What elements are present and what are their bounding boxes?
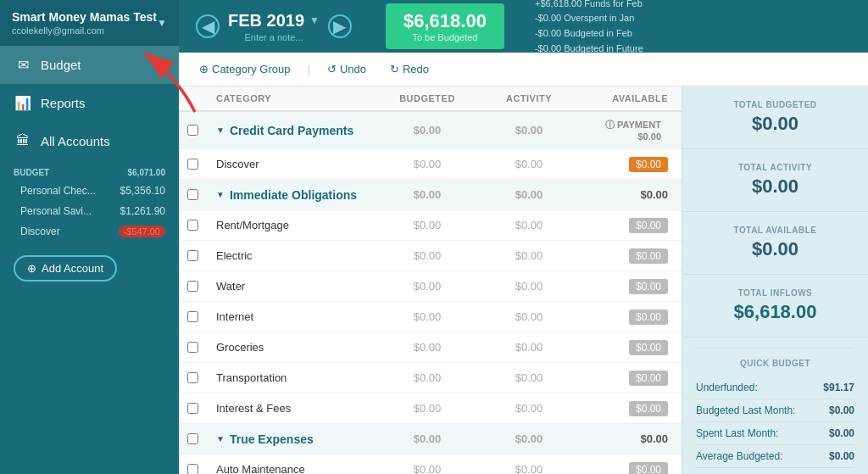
toolbar: ⊕ Category Group | ↺ Undo ↻ Redo [179, 53, 868, 86]
table-item-row[interactable]: Groceries $0.00 $0.00 $0.00 [179, 332, 682, 363]
row-available: $0.00 [580, 304, 682, 330]
accounts-list: Personal Chec... $5,356.10 Personal Savi… [0, 181, 179, 242]
row-checkbox[interactable] [179, 306, 206, 327]
table-item-row[interactable]: Electric $0.00 $0.00 $0.00 [179, 241, 682, 271]
row-budgeted[interactable]: $0.00 [376, 458, 478, 474]
row-name: ▼ Immediate Obligations [206, 183, 376, 207]
row-checkbox[interactable] [179, 428, 206, 449]
row-budgeted[interactable]: $0.00 [376, 336, 478, 359]
row-checkbox[interactable] [179, 153, 206, 175]
to-be-budgeted-block: $6,618.00 To be Budgeted [386, 3, 504, 49]
row-activity: $0.00 [478, 153, 580, 176]
table-item-row[interactable]: Discover $0.00 $0.00 $0.00 [179, 149, 682, 180]
account-balance: $1,261.90 [120, 205, 165, 217]
row-activity: $0.00 [478, 427, 580, 450]
total-budgeted-label: TOTAL BUDGETED [696, 100, 854, 109]
available-header: AVAILABLE [580, 93, 682, 103]
row-budgeted[interactable]: $0.00 [376, 153, 478, 176]
row-budgeted[interactable]: $0.00 [376, 427, 478, 450]
row-budgeted[interactable]: $0.00 [376, 397, 478, 420]
row-activity: $0.00 [478, 183, 580, 206]
note-text[interactable]: Enter a note... [244, 32, 303, 42]
table-item-row[interactable]: Water $0.00 $0.00 $0.00 [179, 271, 682, 302]
plus-icon: ⊕ [199, 63, 209, 75]
month-year-label: FEB 2019 [228, 11, 304, 31]
budget-section-label: BUDGET $6,071.00 [0, 159, 179, 181]
collapse-icon[interactable]: ▼ [216, 125, 225, 135]
row-checkbox[interactable] [179, 337, 206, 358]
quick-budget-item-label[interactable]: Spent Last Month: [696, 427, 778, 439]
row-activity: $0.00 [478, 275, 580, 298]
row-checkbox[interactable] [179, 459, 206, 474]
row-budgeted[interactable]: $0.00 [376, 275, 478, 298]
sidebar-item-all-accounts[interactable]: 🏛 All Accounts [0, 122, 179, 159]
row-checkbox[interactable] [179, 215, 206, 236]
prev-month-button[interactable]: ◀ [196, 14, 220, 38]
table-item-row[interactable]: Transportation $0.00 $0.00 $0.00 [179, 363, 682, 393]
row-activity: $0.00 [478, 336, 580, 359]
row-activity: $0.00 [478, 305, 580, 328]
quick-budget-item-label[interactable]: Budgeted Last Month: [696, 404, 795, 416]
row-available: $0.00 [580, 183, 682, 206]
total-activity-value: $0.00 [696, 176, 854, 198]
row-budgeted[interactable]: $0.00 [376, 119, 478, 142]
quick-budget-item-value: $0.00 [829, 427, 854, 439]
row-activity: $0.00 [478, 366, 580, 389]
sidebar-account-item[interactable]: Discover -$547.00 [0, 221, 179, 242]
sidebar-account-item[interactable]: Personal Chec... $5,356.10 [0, 181, 179, 201]
row-activity: $0.00 [478, 458, 580, 474]
row-activity: $0.00 [478, 244, 580, 267]
collapse-icon[interactable]: ▼ [216, 190, 225, 199]
next-month-button[interactable]: ▶ [328, 14, 352, 38]
quick-budget-item-label[interactable]: Underfunded: [696, 382, 758, 393]
total-activity-label: TOTAL ACTIVITY [696, 163, 854, 172]
undo-button[interactable]: ↺ Undo [320, 59, 373, 79]
table-group-row[interactable]: ▼ True Expenses $0.00 $0.00 $0.00 [179, 424, 682, 454]
budget-table[interactable]: CATEGORY BUDGETED ACTIVITY AVAILABLE ▼ C… [179, 86, 682, 474]
table-item-row[interactable]: Auto Maintenance $0.00 $0.00 $0.00 [179, 454, 682, 474]
quick-budget-item[interactable]: Average Spent: $0.00 [696, 468, 854, 474]
row-name: ▼ Credit Card Payments [206, 119, 376, 142]
sidebar-account-item[interactable]: Personal Savi... $1,261.90 [0, 201, 179, 221]
table-item-row[interactable]: Rent/Mortgage $0.00 $0.00 $0.00 [179, 210, 682, 241]
sidebar-item-reports[interactable]: 📊 Reports [0, 84, 179, 122]
quick-budget-item-value: $91.17 [823, 382, 854, 393]
table-item-row[interactable]: Interest & Fees $0.00 $0.00 $0.00 [179, 393, 682, 424]
quick-budget-item[interactable]: Spent Last Month: $0.00 [696, 422, 854, 445]
add-account-button[interactable]: ⊕ Add Account [14, 255, 117, 282]
table-group-row[interactable]: ▼ Immediate Obligations $0.00 $0.00 $0.0… [179, 180, 682, 210]
row-checkbox[interactable] [179, 276, 206, 297]
row-checkbox[interactable] [179, 398, 206, 419]
quick-budget-item[interactable]: Underfunded: $91.17 [696, 376, 854, 399]
row-budgeted[interactable]: $0.00 [376, 214, 478, 237]
sidebar-item-budget[interactable]: ✉ Budget [0, 46, 179, 84]
row-budgeted[interactable]: $0.00 [376, 305, 478, 328]
category-group-button[interactable]: ⊕ Category Group [192, 59, 298, 79]
table-group-row[interactable]: ▼ Credit Card Payments $0.00 $0.00 ⓘ PAY… [179, 112, 682, 149]
row-checkbox[interactable] [179, 367, 206, 388]
row-checkbox[interactable] [179, 184, 206, 205]
row-available: $0.00 [580, 457, 682, 475]
quick-budget-item[interactable]: Budgeted Last Month: $0.00 [696, 399, 854, 422]
account-balance: -$547.00 [119, 226, 165, 237]
redo-button[interactable]: ↻ Redo [383, 59, 436, 79]
collapse-icon[interactable]: ▼ [216, 434, 225, 443]
total-available-section: TOTAL AVAILABLE $0.00 [682, 212, 868, 275]
row-budgeted[interactable]: $0.00 [376, 183, 478, 206]
quick-budget-item[interactable]: Average Budgeted: $0.00 [696, 445, 854, 468]
row-name: Rent/Mortgage [206, 214, 376, 237]
app-email: ccolekelly@gmail.com [12, 25, 157, 36]
check-header [179, 93, 206, 103]
accounts-icon: 🏛 [14, 133, 32, 148]
sidebar-header[interactable]: Smart Money Mamas Test ccolekelly@gmail.… [0, 0, 179, 46]
quick-budget-item-value: $0.00 [829, 450, 854, 462]
row-available: $0.00 [580, 335, 682, 360]
row-checkbox[interactable] [179, 245, 206, 266]
quick-budget-item-label[interactable]: Average Budgeted: [696, 450, 783, 462]
total-available-value: $0.00 [696, 238, 854, 260]
row-budgeted[interactable]: $0.00 [376, 366, 478, 389]
table-item-row[interactable]: Internet $0.00 $0.00 $0.00 [179, 302, 682, 332]
row-budgeted[interactable]: $0.00 [376, 244, 478, 267]
account-name: Personal Savi... [20, 205, 92, 217]
row-checkbox[interactable] [179, 120, 206, 141]
